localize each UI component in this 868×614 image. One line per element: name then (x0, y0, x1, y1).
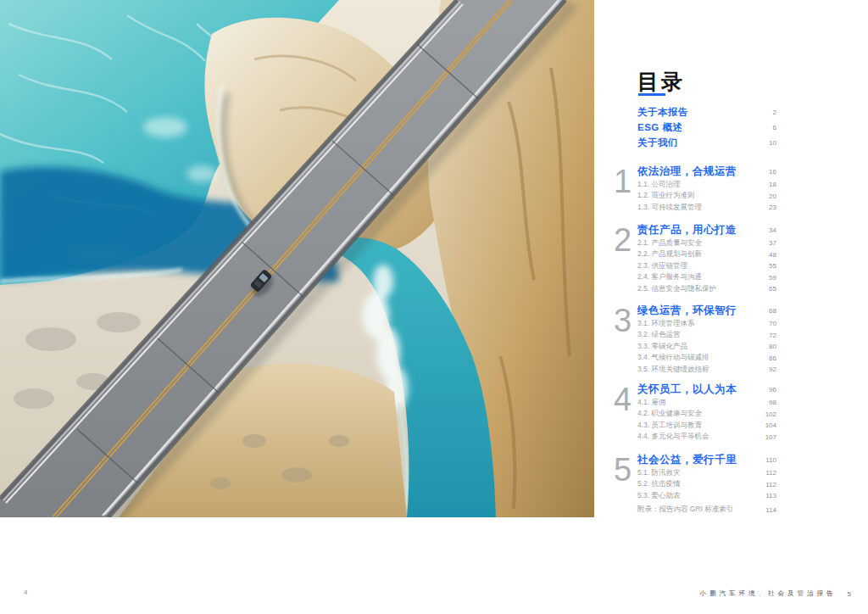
page-number: 59 (754, 274, 776, 282)
toc-entry-sub[interactable]: 4.2. 职业健康与安全 102 (637, 409, 776, 421)
page-number: 65 (754, 285, 776, 293)
toc-entry-sub[interactable]: 2.1. 产品质量与安全 37 (637, 237, 776, 249)
page-number: 48 (754, 251, 776, 259)
section-numeral: 2 (614, 224, 636, 256)
toc-entry-section-title[interactable]: 依法治理，合规运营 16 (637, 165, 776, 178)
report-toc-page: 目录 关于本报告 2 ESG 概述 6 关于我们 10 1 依法治理，合规运营 … (0, 0, 868, 614)
toc-entry-section-title[interactable]: 关怀员工，以人为本 96 (637, 382, 776, 396)
toc-entry-appendix[interactable]: 附录：报告内容 GRI 标准索引 114 (637, 505, 776, 515)
toc-entry-section-title[interactable]: 社会公益，爱行千里 110 (637, 453, 776, 466)
page-number: 113 (754, 492, 776, 500)
page-number: 114 (754, 506, 776, 514)
toc-entry-sub[interactable]: 2.2. 产品规划与创新 48 (637, 249, 776, 261)
page-number: 86 (754, 354, 776, 362)
page-number: 96 (754, 386, 776, 394)
toc-entry-sub[interactable]: 1.2. 商业行为准则 20 (637, 191, 776, 203)
toc-section-1: 1 依法治理，合规运营 16 1.1. 公司治理 18 1.2. 商业行为准则 … (614, 165, 776, 214)
toc-section-3: 3 绿色运营，环保智行 68 3.1. 环境管理体系 70 3.2. 绿色运营 … (614, 304, 776, 376)
page-number: 112 (754, 469, 776, 477)
page-number: 72 (754, 332, 776, 339)
page-number: 98 (754, 399, 776, 406)
page-number: 20 (754, 193, 776, 200)
page-number: 107 (754, 433, 776, 441)
page-number: 104 (754, 421, 776, 429)
page-number: 102 (754, 410, 776, 418)
page-number: 55 (754, 262, 776, 270)
toc-entry-sub[interactable]: 2.5. 信息安全与隐私保护 65 (637, 283, 776, 295)
footer-page-number-left: 4 (24, 589, 27, 596)
toc-section-5: 5 社会公益，爱行千里 110 5.1. 防汛救灾 112 5.2. 抗击疫情 … (614, 453, 776, 502)
toc-entry-sub[interactable]: 4.3. 员工培训与教育 104 (637, 420, 776, 432)
toc-entry-sub[interactable]: 3.1. 环境管理体系 70 (637, 318, 776, 330)
toc-entry-sub[interactable]: 2.4. 客户服务与沟通 59 (637, 272, 776, 284)
toc-entry-about-report[interactable]: 关于本报告 2 (637, 104, 776, 120)
toc-entry-sub[interactable]: 5.2. 抗击疫情 112 (637, 479, 776, 491)
toc-entry-sub[interactable]: 5.1. 防汛救灾 112 (637, 467, 776, 479)
page-number: 68 (754, 307, 776, 315)
toc-entry-sub[interactable]: 3.5. 环境关键绩效指标 92 (637, 364, 776, 376)
toc-entry-sub[interactable]: 5.3. 爱心助农 113 (637, 490, 776, 502)
toc-entry-sub[interactable]: 1.3. 可持续发展管理 23 (637, 202, 776, 214)
toc-entry-sub[interactable]: 1.1. 公司治理 18 (637, 179, 776, 191)
toc-entry-sub[interactable]: 2.3. 供应链管理 55 (637, 260, 776, 272)
toc-entry-sub[interactable]: 3.3. 零碳化产品 80 (637, 341, 776, 353)
toc-entry-section-title[interactable]: 责任产品，用心打造 34 (637, 223, 776, 237)
page-number: 70 (754, 320, 776, 327)
page-number: 37 (754, 239, 776, 247)
section-numeral: 4 (614, 383, 636, 416)
toc-entry-sub[interactable]: 3.4. 气候行动与碳减排 86 (637, 353, 776, 365)
toc-entry-sub[interactable]: 3.2. 绿色运营 72 (637, 330, 776, 342)
page-number: 10 (754, 139, 776, 147)
page-number: 92 (754, 366, 776, 373)
page-number: 80 (754, 343, 776, 350)
page-number: 23 (754, 204, 776, 211)
page-number: 6 (754, 124, 776, 131)
page-number: 34 (754, 226, 776, 234)
section-numeral: 3 (614, 304, 636, 337)
toc-entry-about-us[interactable]: 关于我们 10 (637, 135, 776, 150)
footer-report-title: 小鹏汽车环境、社会及管治报告 5 (700, 589, 851, 598)
toc-section-2: 2 责任产品，用心打造 34 2.1. 产品质量与安全 37 2.2. 产品规划… (614, 223, 776, 295)
section-numeral: 5 (614, 454, 636, 486)
toc-entry-sub[interactable]: 4.4. 多元化与平等机会 107 (637, 432, 776, 444)
page-number: 110 (754, 456, 776, 464)
toc-front-list: 关于本报告 2 ESG 概述 6 关于我们 10 (637, 104, 776, 150)
page-number: 2 (754, 109, 776, 116)
page-number: 16 (754, 168, 776, 176)
title-underline (638, 93, 665, 96)
page-title: 目录 (637, 68, 685, 96)
toc-entry-sub[interactable]: 4.1. 雇佣 98 (637, 397, 776, 409)
page-number: 18 (754, 181, 776, 188)
section-numeral: 1 (614, 165, 636, 198)
aerial-bridge-photo (0, 0, 594, 517)
toc-entry-esg-overview[interactable]: ESG 概述 6 (637, 120, 776, 135)
toc-section-4: 4 关怀员工，以人为本 96 4.1. 雇佣 98 4.2. 职业健康与安全 1… (614, 382, 776, 443)
page-number: 112 (754, 481, 776, 488)
toc-entry-section-title[interactable]: 绿色运营，环保智行 68 (637, 304, 776, 317)
footer-page-number-right: 5 (848, 590, 851, 598)
